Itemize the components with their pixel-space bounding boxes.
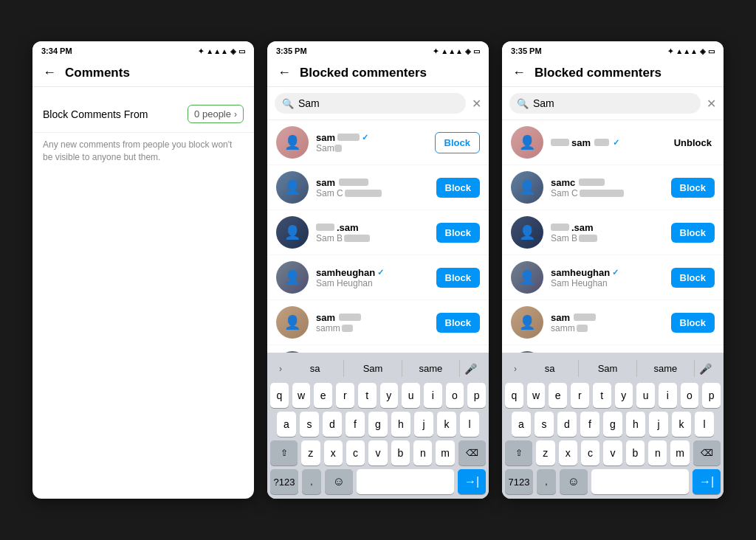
suggest-same-3[interactable]: same — [637, 360, 695, 377]
key-g-3[interactable]: g — [603, 412, 622, 437]
block-comments-value[interactable]: 0 people › — [188, 105, 244, 123]
wifi-icon-3: ◈ — [700, 47, 706, 55]
key-d-3[interactable]: d — [557, 412, 577, 437]
key-w-2[interactable]: w — [292, 383, 311, 408]
key-backspace-2[interactable]: ⌫ — [458, 440, 486, 465]
key-emoji-3[interactable]: ☺ — [560, 469, 588, 494]
key-a-3[interactable]: a — [512, 412, 531, 437]
key-h-2[interactable]: h — [391, 412, 410, 437]
key-l-3[interactable]: l — [695, 412, 714, 437]
key-z-2[interactable]: z — [301, 440, 320, 465]
block-btn-3-2[interactable]: Block — [671, 178, 715, 198]
key-k-2[interactable]: k — [437, 412, 456, 437]
block-btn-2-5[interactable]: Block — [436, 313, 480, 333]
key-emoji-2[interactable]: ☺ — [325, 469, 353, 494]
key-p-3[interactable]: p — [702, 383, 721, 408]
key-shift-2[interactable]: ⇧ — [270, 440, 298, 465]
block-btn-3-3[interactable]: Block — [671, 223, 715, 243]
key-y-2[interactable]: y — [380, 383, 399, 408]
avatar-3-3: 👤 — [511, 216, 543, 249]
suggest-same-2[interactable]: same — [402, 360, 460, 377]
key-num-2[interactable]: ?123 — [270, 469, 298, 494]
back-arrow-2[interactable]: ← — [278, 65, 291, 80]
key-g-2[interactable]: g — [368, 412, 388, 437]
back-arrow-1[interactable]: ← — [43, 65, 56, 80]
search-bar-3[interactable]: 🔍 Sam — [509, 93, 701, 114]
unblock-btn-3-1[interactable]: Unblock — [671, 133, 715, 153]
key-b-2[interactable]: b — [391, 440, 410, 465]
key-r-2[interactable]: r — [336, 383, 354, 408]
mic-icon-3[interactable]: 🎤 — [695, 361, 716, 376]
key-c-3[interactable]: c — [581, 440, 599, 465]
key-s-2[interactable]: s — [300, 412, 319, 437]
block-btn-2-1[interactable]: Block — [435, 132, 480, 153]
key-m-2[interactable]: m — [436, 440, 454, 465]
key-e-2[interactable]: e — [314, 383, 332, 408]
key-r-3[interactable]: r — [571, 383, 589, 408]
key-e-3[interactable]: e — [549, 383, 567, 408]
key-i-2[interactable]: i — [424, 383, 442, 408]
key-space-2[interactable] — [357, 469, 454, 494]
key-f-3[interactable]: f — [580, 412, 599, 437]
key-b-3[interactable]: b — [626, 440, 645, 465]
key-v-3[interactable]: v — [603, 440, 622, 465]
user-info-2-4: samheughan ✓ Sam Heughan — [316, 267, 429, 288]
key-comma-2[interactable]: , — [302, 469, 321, 494]
search-bar-2[interactable]: 🔍 Sam — [275, 93, 466, 114]
key-a-2[interactable]: a — [277, 412, 296, 437]
key-q-3[interactable]: q — [505, 383, 523, 408]
key-q-2[interactable]: q — [270, 383, 289, 408]
key-o-2[interactable]: o — [446, 383, 464, 408]
key-i-3[interactable]: i — [659, 383, 677, 408]
key-v-2[interactable]: v — [368, 440, 387, 465]
key-n-2[interactable]: n — [413, 440, 432, 465]
block-btn-2-3[interactable]: Block — [436, 223, 480, 243]
key-space-3[interactable] — [591, 469, 689, 494]
mic-icon-2[interactable]: 🎤 — [460, 361, 481, 376]
key-u-2[interactable]: u — [402, 383, 420, 408]
search-input-2[interactable]: Sam — [298, 97, 458, 109]
key-num-3[interactable]: 7123 — [505, 469, 533, 494]
key-t-3[interactable]: t — [593, 383, 611, 408]
key-comma-3[interactable]: , — [537, 469, 556, 494]
suggest-sa-3[interactable]: sa — [521, 360, 579, 377]
search-clear-3[interactable]: ✕ — [707, 97, 716, 111]
key-shift-3[interactable]: ⇧ — [505, 440, 532, 465]
key-m-3[interactable]: m — [670, 440, 689, 465]
search-clear-2[interactable]: ✕ — [472, 97, 481, 111]
key-j-2[interactable]: j — [414, 412, 433, 437]
key-x-3[interactable]: x — [559, 440, 577, 465]
key-k-3[interactable]: k — [672, 412, 691, 437]
key-j-3[interactable]: j — [649, 412, 668, 437]
key-z-3[interactable]: z — [536, 440, 554, 465]
key-l-2[interactable]: l — [460, 412, 479, 437]
name-2-2: Sam C — [316, 188, 429, 198]
key-action-2[interactable]: →| — [458, 469, 486, 494]
key-action-3[interactable]: →| — [693, 469, 721, 494]
key-x-2[interactable]: x — [324, 440, 343, 465]
key-n-3[interactable]: n — [648, 440, 667, 465]
search-input-3[interactable]: Sam — [533, 97, 693, 109]
block-btn-2-2[interactable]: Block — [436, 178, 480, 198]
key-u-3[interactable]: u — [636, 383, 655, 408]
back-arrow-3[interactable]: ← — [512, 65, 526, 80]
block-btn-3-5[interactable]: Block — [671, 313, 715, 333]
key-o-3[interactable]: o — [681, 383, 699, 408]
suggest-sa-2[interactable]: sa — [286, 360, 344, 377]
handle-3-5: sam — [551, 312, 664, 323]
key-backspace-3[interactable]: ⌫ — [693, 440, 721, 465]
block-btn-3-4[interactable]: Block — [671, 268, 715, 288]
key-f-2[interactable]: f — [346, 412, 365, 437]
key-c-2[interactable]: c — [346, 440, 365, 465]
block-comments-row[interactable]: Block Comments From 0 people › — [32, 96, 254, 133]
key-y-3[interactable]: y — [615, 383, 633, 408]
suggest-sam-3[interactable]: Sam — [579, 360, 636, 377]
key-w-3[interactable]: w — [527, 383, 546, 408]
key-s-3[interactable]: s — [535, 412, 554, 437]
key-t-2[interactable]: t — [358, 383, 377, 408]
key-h-3[interactable]: h — [626, 412, 645, 437]
key-d-2[interactable]: d — [323, 412, 342, 437]
block-btn-2-4[interactable]: Block — [436, 268, 480, 288]
key-p-2[interactable]: p — [467, 383, 486, 408]
suggest-sam-2[interactable]: Sam — [344, 360, 402, 377]
